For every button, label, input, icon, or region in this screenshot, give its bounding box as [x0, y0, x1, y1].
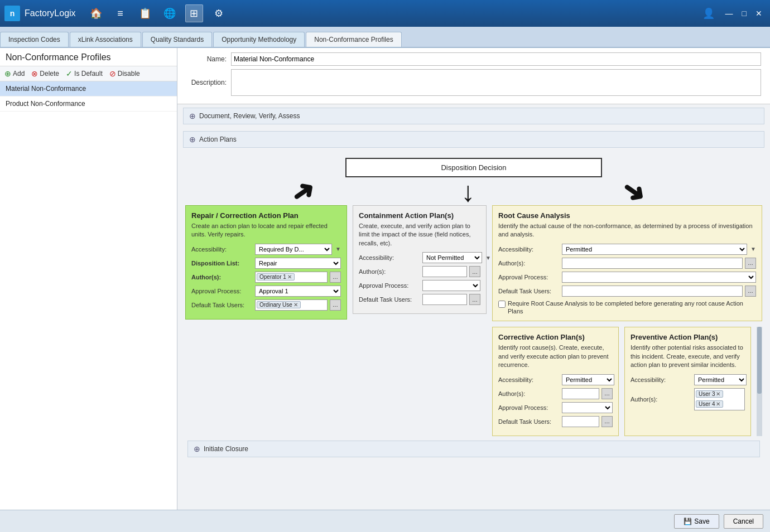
nav-icons: 🏠 ≡ 📋 🌐 ⊞ ⚙	[87, 4, 228, 22]
repair-disposition-select[interactable]: Repair	[255, 258, 341, 269]
description-input[interactable]	[231, 69, 761, 96]
bottom-cards-row: Corrective Action Plan(s) Identify root …	[492, 327, 762, 436]
containment-desc: Create, execute, and verify action plan …	[359, 222, 480, 248]
globe-icon[interactable]: 🌐	[161, 4, 179, 22]
check-icon: ✓	[66, 69, 73, 78]
corrective-approval-row: Approval Process:	[498, 402, 613, 413]
sidebar-item-material[interactable]: Material Non-Conformance	[0, 81, 177, 96]
home-icon[interactable]: 🏠	[87, 4, 105, 22]
list-icon[interactable]: ≡	[112, 4, 129, 22]
containment-accessibility-row: Accessibility: Not Permitted Permitted R…	[359, 252, 480, 263]
maximize-button[interactable]: □	[739, 8, 750, 19]
doc-icon[interactable]: 📋	[136, 4, 154, 22]
sidebar-item-product[interactable]: Product Non-Conformance	[0, 96, 177, 112]
containment-taskusers-tags	[422, 294, 467, 305]
add-button[interactable]: ⊕ Add	[4, 69, 25, 78]
repair-card: Repair / Correction Action Plan Create a…	[185, 205, 347, 320]
repair-taskuser-remove[interactable]: ✕	[293, 302, 298, 308]
delete-button[interactable]: ⊗ Delete	[31, 69, 59, 78]
document-section[interactable]: ⊕ Document, Review, Verify, Assess	[183, 108, 764, 124]
table-icon[interactable]: ⊞	[185, 4, 203, 22]
rootcause-approval-select[interactable]	[562, 272, 756, 283]
preventive-user3-remove[interactable]: ✕	[716, 391, 720, 397]
tab-quality-standards[interactable]: Quality Standards	[142, 32, 212, 47]
corrective-taskusers-label: Default Task Users:	[498, 418, 560, 425]
tab-xlink[interactable]: xLink Associations	[70, 32, 141, 47]
repair-desc: Create an action plan to locate and repa…	[191, 222, 341, 239]
containment-authors-btn[interactable]: …	[469, 266, 480, 277]
rootcause-accessibility-row: Accessibility: Permitted Not Permitted R…	[498, 244, 756, 255]
expand-document-icon: ⊕	[189, 112, 196, 120]
repair-taskuser-tag: Ordinary Use ✕	[257, 301, 301, 308]
rootcause-accessibility-select[interactable]: Permitted Not Permitted Required By D...	[562, 244, 747, 255]
workflow-area: Disposition Decision ➜ ↙ ↓ ➜	[177, 151, 770, 510]
corrective-taskusers-row: Default Task Users: …	[498, 416, 613, 427]
settings-icon[interactable]: ⚙	[210, 4, 228, 22]
desc-label: Description:	[186, 79, 231, 86]
rootcause-checkbox-row: Require Root Cause Analysis to be comple…	[498, 299, 756, 316]
initiate-closure-section[interactable]: ⊕ Initiate Closure	[187, 441, 760, 457]
title-bar: n FactoryLogix 🏠 ≡ 📋 🌐 ⊞ ⚙ 👤 — □ ✕	[0, 0, 770, 27]
is-default-button[interactable]: ✓ Is Default	[66, 69, 103, 78]
repair-taskusers-tags: Ordinary Use ✕	[255, 299, 328, 311]
repair-authors-btn[interactable]: …	[330, 272, 341, 283]
right-scrollbar[interactable]	[757, 327, 762, 436]
tab-non-conformance-profiles[interactable]: Non-Conformance Profiles	[306, 32, 401, 47]
corrective-approval-select[interactable]	[562, 402, 613, 413]
delete-icon: ⊗	[31, 69, 38, 78]
corrective-authors-btn[interactable]: …	[601, 388, 613, 399]
user-icon[interactable]: 👤	[700, 4, 718, 22]
repair-approval-label: Approval Process:	[191, 288, 253, 294]
rootcause-authors-btn[interactable]: …	[745, 258, 756, 269]
containment-approval-select[interactable]	[422, 280, 480, 291]
sidebar: Non-Conformance Profiles ⊕ Add ⊗ Delete …	[0, 48, 177, 510]
disable-button[interactable]: ⊘ Disable	[109, 69, 140, 78]
repair-authors-row: Author(s): Operator 1 ✕ …	[191, 272, 341, 283]
preventive-desc: Identify other potential risks associate…	[631, 344, 745, 369]
rootcause-taskusers-btn[interactable]: …	[745, 286, 756, 297]
tab-opportunity-methodology[interactable]: Opportunity Methodology	[213, 32, 305, 47]
containment-authors-tags	[422, 266, 467, 277]
preventive-accessibility-select[interactable]: Permitted Not Permitted	[694, 374, 747, 385]
cards-row: Repair / Correction Action Plan Create a…	[182, 205, 766, 436]
name-label: Name:	[186, 55, 231, 63]
disable-icon: ⊘	[109, 69, 116, 78]
repair-approval-select[interactable]: Approval 1	[255, 286, 341, 297]
corrective-authors-tags	[562, 388, 599, 399]
repair-title: Repair / Correction Action Plan	[191, 211, 341, 220]
app-name: FactoryLogix	[25, 8, 76, 18]
preventive-authors-label: Author(s):	[631, 396, 692, 403]
corrective-card: Corrective Action Plan(s) Identify root …	[492, 327, 619, 436]
scrollbar-thumb	[757, 327, 762, 394]
action-plans-section[interactable]: ⊕ Action Plans	[183, 131, 764, 148]
containment-taskusers-btn[interactable]: …	[469, 294, 480, 305]
desc-row: Description:	[186, 69, 761, 96]
corrective-authors-label: Author(s):	[498, 390, 560, 397]
repair-author-remove[interactable]: ✕	[287, 274, 292, 280]
form-header: Name: Description:	[177, 48, 770, 104]
minimize-button[interactable]: —	[722, 8, 737, 19]
app-logo: n	[4, 6, 20, 21]
rootcause-authors-label: Author(s):	[498, 260, 560, 267]
rootcause-taskusers-row: Default Task Users: …	[498, 286, 756, 297]
corrective-accessibility-select[interactable]: Permitted Not Permitted	[562, 374, 614, 385]
containment-title: Containment Action Plan(s)	[359, 211, 480, 220]
repair-accessibility-select[interactable]: Required By D... Permitted Not Permitted	[255, 244, 332, 255]
content-area: Name: Description: ⊕ Document, Review, V…	[177, 48, 770, 510]
repair-taskusers-btn[interactable]: …	[330, 299, 341, 311]
containment-accessibility-select[interactable]: Not Permitted Permitted Required By D...	[422, 252, 482, 263]
corrective-taskusers-btn[interactable]: …	[601, 416, 613, 427]
save-icon: 💾	[684, 518, 692, 525]
expand-action-icon: ⊕	[189, 135, 196, 144]
name-input[interactable]	[231, 52, 761, 66]
preventive-accessibility-row: Accessibility: Permitted Not Permitted	[631, 374, 745, 385]
tab-inspection-codes[interactable]: Inspection Codes	[0, 32, 69, 47]
containment-authors-row: Author(s): …	[359, 266, 480, 277]
repair-disposition-row: Disposition List: Repair	[191, 258, 341, 269]
close-button[interactable]: ✕	[752, 8, 766, 19]
rootcause-checkbox[interactable]	[498, 301, 506, 308]
containment-authors-label: Author(s):	[359, 268, 420, 275]
cancel-button[interactable]: Cancel	[724, 514, 763, 529]
save-button[interactable]: 💾 Save	[674, 514, 719, 529]
preventive-user4-remove[interactable]: ✕	[716, 401, 720, 407]
